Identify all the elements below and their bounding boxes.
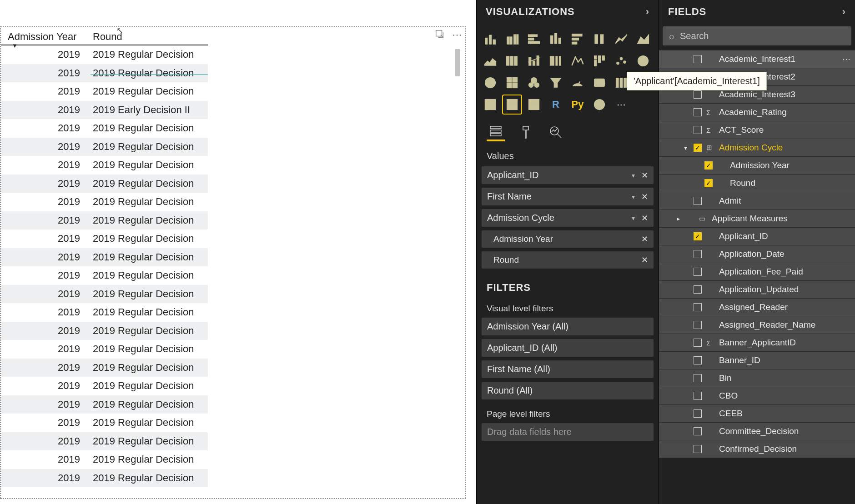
field-checkbox[interactable]: [694, 250, 702, 258]
vis-type-icon[interactable]: [525, 52, 543, 70]
field-item[interactable]: Academic_Interest1⋯: [659, 50, 855, 68]
field-checkbox[interactable]: [694, 445, 702, 453]
visual-filter-card[interactable]: First Name (All): [481, 360, 654, 379]
remove-icon[interactable]: ✕: [641, 170, 648, 180]
value-well[interactable]: Round✕: [481, 251, 654, 269]
field-checkbox[interactable]: [694, 339, 702, 347]
table-row[interactable]: 20192019 Regular Decision: [1, 45, 208, 64]
vis-type-icon[interactable]: [503, 74, 521, 92]
chevron-down-icon[interactable]: ▾: [632, 193, 635, 200]
field-checkbox[interactable]: [694, 303, 702, 311]
focus-mode-icon[interactable]: [435, 29, 445, 39]
visual-filter-card[interactable]: Round (All): [481, 381, 654, 400]
report-canvas[interactable]: ↖ ⋯ Admission Year ▼ Round 20192019 Regu…: [0, 0, 476, 504]
field-item[interactable]: Application_Updated: [659, 280, 855, 298]
vis-type-icon[interactable]: [547, 74, 565, 92]
field-checkbox[interactable]: [694, 126, 702, 134]
remove-icon[interactable]: ✕: [641, 213, 648, 223]
field-checkbox[interactable]: [694, 374, 702, 382]
vis-type-icon[interactable]: [481, 74, 499, 92]
field-checkbox[interactable]: [694, 321, 702, 329]
field-checkbox[interactable]: [694, 197, 702, 205]
table-row[interactable]: 20192019 Regular Decision: [1, 303, 208, 322]
remove-icon[interactable]: ✕: [641, 234, 648, 244]
field-item[interactable]: Assigned_Reader_Name: [659, 316, 855, 334]
table-row[interactable]: 20192019 Regular Decision: [1, 64, 208, 83]
expand-icon[interactable]: ▸: [674, 215, 682, 222]
field-item[interactable]: ✓Round: [659, 174, 855, 192]
table-row[interactable]: 20192019 Regular Decision: [1, 450, 208, 469]
visual-filter-card[interactable]: Admission Year (All): [481, 317, 654, 336]
field-checkbox[interactable]: ✓: [694, 144, 702, 152]
field-checkbox[interactable]: [694, 55, 702, 63]
field-checkbox[interactable]: [694, 285, 702, 294]
field-item[interactable]: CBO: [659, 387, 855, 404]
vis-type-icon[interactable]: [634, 52, 652, 70]
vis-type-icon[interactable]: [547, 30, 565, 48]
vis-type-icon[interactable]: R: [547, 95, 565, 114]
vis-type-icon[interactable]: [503, 52, 521, 70]
table-row[interactable]: 20192019 Regular Decision: [1, 266, 208, 285]
field-item[interactable]: ΣAcademic_Rating: [659, 103, 855, 121]
field-checkbox[interactable]: [694, 427, 702, 435]
field-item[interactable]: Application_Fee_Paid: [659, 263, 855, 280]
vis-type-icon[interactable]: [503, 30, 521, 48]
vis-type-icon[interactable]: [590, 95, 609, 114]
more-icon[interactable]: ⋯: [842, 54, 850, 64]
field-item[interactable]: ΣBanner_ApplicantID: [659, 334, 855, 351]
collapse-icon[interactable]: ›: [646, 6, 649, 18]
vis-type-icon[interactable]: [590, 30, 609, 48]
table-row[interactable]: 20192019 Regular Decision: [1, 359, 208, 377]
field-checkbox[interactable]: [694, 409, 702, 418]
vis-type-icon[interactable]: [547, 52, 565, 70]
field-item[interactable]: ΣACT_Score: [659, 121, 855, 139]
vis-type-icon[interactable]: [481, 95, 499, 114]
vis-type-icon[interactable]: [590, 52, 609, 70]
field-item[interactable]: ▸▭Applicant Measures: [659, 210, 855, 227]
table-row[interactable]: 20192019 Regular Decision: [1, 395, 208, 414]
vis-type-icon[interactable]: [612, 52, 630, 70]
field-checkbox[interactable]: [694, 268, 702, 276]
field-checkbox[interactable]: [694, 90, 702, 99]
table-row[interactable]: 20192019 Regular Decision: [1, 82, 208, 101]
table-visual[interactable]: ↖ ⋯ Admission Year ▼ Round 20192019 Regu…: [0, 26, 466, 499]
vis-type-icon[interactable]: [634, 30, 652, 48]
search-input[interactable]: [680, 31, 845, 41]
chevron-down-icon[interactable]: ▾: [632, 215, 635, 222]
vis-type-icon[interactable]: [568, 74, 587, 92]
table-row[interactable]: 20192019 Regular Decision: [1, 211, 208, 230]
vis-type-icon[interactable]: [568, 52, 587, 70]
field-item[interactable]: CEEB: [659, 404, 855, 422]
field-checkbox[interactable]: [694, 392, 702, 400]
collapse-icon[interactable]: ›: [842, 6, 846, 18]
vis-type-icon[interactable]: ⋯: [612, 95, 630, 114]
table-row[interactable]: 20192019 Regular Decision: [1, 322, 208, 340]
vis-type-icon[interactable]: [503, 95, 521, 114]
field-checkbox[interactable]: ✓: [704, 179, 713, 187]
table-row[interactable]: 20192019 Regular Decision: [1, 138, 208, 156]
table-row[interactable]: 20192019 Regular Decision: [1, 230, 208, 248]
expand-icon[interactable]: ▾: [682, 144, 689, 151]
vis-type-icon[interactable]: Py: [568, 95, 587, 114]
chevron-down-icon[interactable]: ▾: [632, 172, 635, 179]
format-tab[interactable]: [517, 123, 535, 141]
page-filters-dropzone[interactable]: Drag data fields here: [481, 423, 654, 441]
visual-scrollbar[interactable]: [455, 49, 461, 493]
table-row[interactable]: 20192019 Regular Decision: [1, 285, 208, 304]
vis-type-icon[interactable]: [481, 30, 499, 48]
field-item[interactable]: ▾✓⊞Admission Cycle: [659, 139, 855, 156]
value-well[interactable]: First Name▾✕: [481, 187, 654, 206]
field-checkbox[interactable]: ✓: [694, 232, 702, 240]
table-row[interactable]: 20192019 Regular Decision: [1, 119, 208, 138]
table-row[interactable]: 20192019 Regular Decision: [1, 432, 208, 451]
field-item[interactable]: Bin: [659, 369, 855, 387]
visual-filter-card[interactable]: Applicant_ID (All): [481, 339, 654, 357]
vis-type-icon[interactable]: [481, 52, 499, 70]
fields-search[interactable]: ⌕: [663, 26, 851, 45]
field-item[interactable]: Application_Date: [659, 245, 855, 263]
field-checkbox[interactable]: [694, 108, 702, 116]
field-item[interactable]: ✓Applicant_ID: [659, 227, 855, 245]
field-item[interactable]: Confirmed_Decision: [659, 440, 855, 458]
fields-tab[interactable]: [487, 123, 505, 141]
field-checkbox[interactable]: ✓: [704, 161, 713, 170]
